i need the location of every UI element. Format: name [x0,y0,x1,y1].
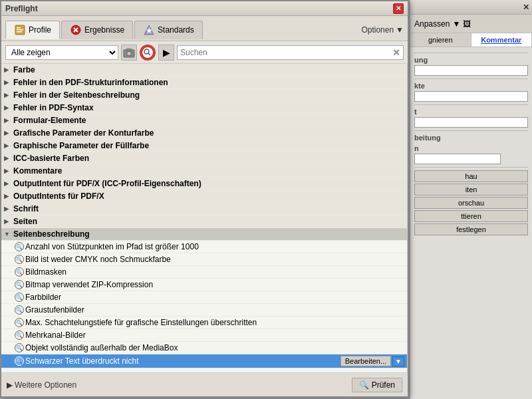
bottom-bar: ▶ Weitere Optionen 🔍 Prüfen [1,372,408,396]
category-label: OutputIntent für PDF/X (ICC-Profil-Eigen… [13,179,404,188]
item-label: Bitmap verwendet ZIP-Kompression [25,280,404,289]
section-n: n [414,144,528,152]
tab-profile-label: Profile [29,25,51,35]
search-clear-icon[interactable]: ✕ [392,47,400,58]
optionen-button[interactable]: Optionen ▼ [361,25,404,35]
item-label: Anzahl von Stützpunkten im Pfad ist größ… [25,242,404,251]
right-panel: ✕ Anpassen ▼ 🖼 gnieren Kommentar ung kte… [410,0,532,399]
category-pdf-syntax[interactable]: ▶ Fehler in PDF-Syntax [1,102,407,114]
list-item[interactable]: 🔍 Bildmasken [1,266,407,279]
tab-ergebnisse-label: Ergebnisse [84,25,124,35]
section-kte: kte [414,82,528,90]
category-label: Grafische Parameter der Konturfarbe [13,128,404,138]
category-farbe[interactable]: ▶ Farbe [1,64,407,76]
standards-icon: ★ [143,24,155,36]
svg-rect-1 [17,27,21,29]
category-formular[interactable]: ▶ Formular-Elemente [1,114,407,127]
arrow-icon: ▶ [4,218,13,225]
arrow-icon: ▶ [4,104,13,111]
search-circle-button[interactable] [140,45,156,61]
tab-gnieren[interactable]: gnieren [410,33,471,47]
filter-dropdown[interactable]: Alle zeigen [5,45,118,60]
category-seiten-beschreibung[interactable]: ▶ Fehler in der Seitenbeschreibung [1,89,407,102]
tree-container[interactable]: ▶ Farbe ▶ Fehler in den PDF-Strukturinfo… [1,64,408,372]
right-panel-close[interactable]: ✕ [523,3,529,12]
subitem-icon: 🔍 [15,242,24,251]
category-pdf-struktur[interactable]: ▶ Fehler in den PDF-Strukturinformatione… [1,76,407,89]
btn-ttieren[interactable]: ttieren [414,210,528,222]
search-icon: 🔍 [359,380,369,390]
svg-point-13 [142,47,154,59]
btn-orschau[interactable]: orschau [414,197,528,209]
list-item[interactable]: 🔍 Max. Schachtelungstiefe für grafische … [1,317,407,329]
close-button[interactable]: ✕ [393,3,404,14]
category-kommentare[interactable]: ▶ Kommentare [1,165,407,178]
list-item[interactable]: 🔍 Bild ist weder CMYK noch Schmuckfarbe [1,253,407,266]
bearbeiten-dropdown-button[interactable]: ▼ [392,356,404,366]
btn-iten[interactable]: iten [414,184,528,196]
arrow-icon: ▶ [4,168,13,174]
tab-profile[interactable]: Profile [5,21,60,39]
category-schrift[interactable]: ▶ Schrift [1,203,407,215]
list-item[interactable]: 🔍 Objekt vollständig außerhalb der Media… [1,342,407,354]
arrow-icon: ▶ [4,155,13,162]
subitem-icon: 🔍 [15,280,24,289]
list-item[interactable]: 🔍 Anzahl von Stützpunkten im Pfad ist gr… [1,241,407,253]
weitere-optionen-button[interactable]: ▶ Weitere Optionen [7,380,76,390]
btn-festlegen[interactable]: festlegen [414,223,528,235]
arrow-icon: ▶ [4,205,13,212]
list-item[interactable]: 🔍 Bitmap verwendet ZIP-Kompression [1,279,407,291]
subitem-icon: 🔍 [15,305,24,315]
category-fuellfarbe[interactable]: ▶ Graphische Parameter der Füllfarbe [1,140,407,152]
right-panel-dropdown[interactable]: Anpassen ▼ 🖼 [410,15,532,33]
arrow-icon: ▶ [4,79,13,86]
prufen-button[interactable]: 🔍 Prüfen [352,378,402,392]
results-icon [70,24,82,36]
search-box: ✕ [177,45,404,60]
category-label: Farbe [13,65,404,74]
tab-standards[interactable]: ★ Standards [134,21,203,39]
item-label: Bildmasken [25,267,404,277]
expand-icon: ▼ [4,231,13,237]
list-item[interactable]: 🔍 Mehrkanal-Bilder [1,329,407,342]
category-konturfarbe[interactable]: ▶ Grafische Parameter der Konturfarbe [1,127,407,140]
search-input[interactable] [180,48,392,57]
category-outputintent-pdfx[interactable]: ▶ OutputIntent für PDF/X (ICC-Profil-Eig… [1,178,407,190]
category-label: Fehler in PDF-Syntax [13,103,404,112]
tab-kommentar[interactable]: Kommentar [471,33,533,47]
category-seiten[interactable]: ▶ Seiten [1,215,407,228]
category-label: OutputIntents für PDF/X [13,192,404,201]
category-label: Seitenbeschreibung [13,229,404,239]
right-panel-content: ung kte t beitung n hau iten orschau tti… [410,47,532,239]
category-label: Seiten [13,217,404,226]
camera-button[interactable] [121,45,137,61]
list-item[interactable]: 🔍 Graustufenbilder [1,304,407,317]
category-label: Kommentare [13,166,404,176]
weitere-label: Weitere Optionen [15,380,76,390]
bearbeiten-button[interactable]: Bearbeiten... [340,356,391,366]
btn-hau[interactable]: hau [414,170,528,182]
prufen-label: Prüfen [372,380,395,390]
category-seitenbeschreibung[interactable]: ▼ Seitenbeschreibung [1,228,407,241]
arrow-icon: ▶ [4,193,13,200]
item-label: Max. Schachtelungstiefe für grafische Ei… [25,318,404,327]
category-icc[interactable]: ▶ ICC-basierte Farben [1,152,407,165]
category-label: Schrift [13,204,404,213]
category-label: Formular-Elemente [13,116,404,125]
category-outputintents[interactable]: ▶ OutputIntents für PDF/X [1,190,407,203]
dialog-title: Preflight [5,4,393,13]
tab-ergebnisse[interactable]: Ergebnisse [61,21,133,39]
right-panel-tabs: gnieren Kommentar [410,33,532,47]
play-button[interactable]: ▶ [158,45,174,61]
settings-icon[interactable]: 🖼 [463,19,471,29]
field-kte [414,91,528,102]
subitem-icon: 🔍 [15,331,24,340]
list-item[interactable]: 🔍 Farbbilder [1,291,407,304]
list-item-selected[interactable]: 🔍 Schwarzer Text überdruckt nicht Bearbe… [1,354,407,368]
category-label: Fehler in der Seitenbeschreibung [13,90,404,100]
arrow-icon: ▶ [4,180,13,187]
field-beitung [414,154,501,164]
subitem-icon: 🔍 [15,255,24,264]
field-ung [414,65,528,76]
section-beitung: beitung [414,134,528,142]
